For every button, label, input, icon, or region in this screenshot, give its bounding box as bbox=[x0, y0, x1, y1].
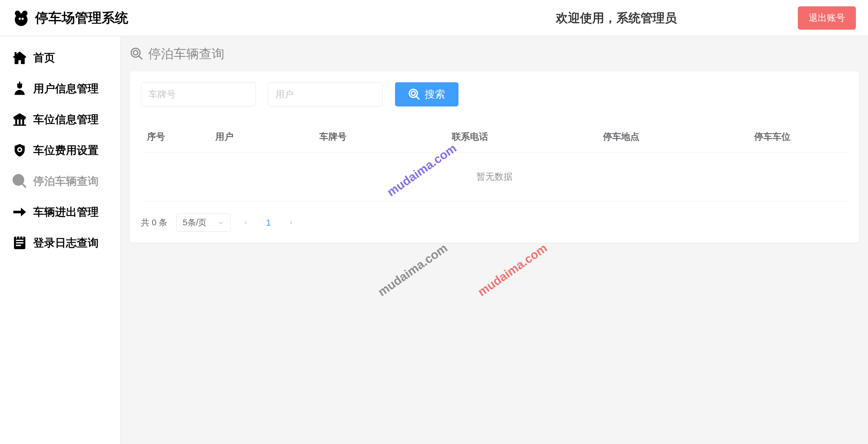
nav-label: 车辆进出管理 bbox=[33, 205, 99, 220]
nav-label: 车位费用设置 bbox=[33, 143, 99, 158]
main-content: 停泊车辆查询 搜索 序号 用户 车牌号 bbox=[121, 36, 868, 444]
empty-text: 暂无数据 bbox=[476, 171, 513, 182]
next-page[interactable] bbox=[285, 217, 297, 229]
search-row: 搜索 bbox=[141, 82, 848, 106]
col-plate: 车牌号 bbox=[272, 122, 394, 153]
svg-rect-18 bbox=[16, 240, 24, 241]
user-input[interactable] bbox=[268, 82, 383, 106]
svg-rect-20 bbox=[16, 245, 21, 246]
page-header: 停泊车辆查询 bbox=[130, 45, 859, 62]
svg-point-2 bbox=[22, 10, 28, 16]
welcome-text: 欢迎使用，系统管理员 bbox=[556, 10, 677, 26]
svg-point-21 bbox=[131, 49, 140, 57]
svg-point-24 bbox=[409, 89, 417, 97]
svg-point-1 bbox=[15, 10, 20, 16]
search-icon bbox=[130, 47, 143, 61]
container: 首页 用户信息管理 车位信息管理 车位费用设置 停泊车辆查询 bbox=[0, 36, 868, 444]
svg-point-15 bbox=[16, 178, 21, 183]
plate-input[interactable] bbox=[141, 82, 256, 106]
svg-point-25 bbox=[411, 91, 415, 95]
page-size-label: 5条/页 bbox=[183, 217, 207, 228]
nav-label: 用户信息管理 bbox=[33, 82, 99, 96]
svg-point-22 bbox=[133, 51, 138, 55]
page-number[interactable]: 1 bbox=[261, 218, 276, 228]
sidebar-item-inout[interactable]: 车辆进出管理 bbox=[0, 197, 120, 227]
svg-rect-9 bbox=[19, 120, 21, 125]
content-card: 搜索 序号 用户 车牌号 联系电话 停车地点 停车车位 暂无数据 bbox=[130, 71, 859, 243]
table-header-row: 序号 用户 车牌号 联系电话 停车地点 停车车位 bbox=[141, 122, 848, 153]
header-right: 欢迎使用，系统管理员 退出账号 bbox=[556, 6, 856, 30]
search-icon bbox=[408, 88, 421, 100]
col-user: 用户 bbox=[177, 122, 272, 153]
header-left: 停车场管理系统 bbox=[12, 9, 128, 27]
user-icon bbox=[12, 81, 27, 96]
nav-label: 登录日志查询 bbox=[33, 235, 99, 250]
sidebar-item-query[interactable]: 停泊车辆查询 bbox=[0, 166, 120, 197]
svg-point-13 bbox=[19, 149, 21, 151]
svg-line-16 bbox=[22, 184, 26, 188]
search-icon bbox=[12, 173, 27, 189]
pagination: 共 0 条 5条/页 1 bbox=[141, 214, 848, 232]
log-icon bbox=[12, 235, 27, 250]
svg-rect-7 bbox=[14, 118, 25, 120]
home-icon bbox=[12, 50, 27, 65]
sidebar-item-logs[interactable]: 登录日志查询 bbox=[0, 227, 120, 258]
logout-button[interactable]: 退出账号 bbox=[798, 6, 856, 30]
logo-icon bbox=[12, 9, 30, 27]
nav-label: 停泊车辆查询 bbox=[33, 174, 99, 189]
sidebar-item-fee[interactable]: 车位费用设置 bbox=[0, 135, 120, 166]
svg-rect-8 bbox=[15, 120, 17, 125]
header: 停车场管理系统 欢迎使用，系统管理员 退出账号 bbox=[0, 0, 868, 36]
sidebar-item-home[interactable]: 首页 bbox=[0, 42, 120, 73]
arrow-right-icon bbox=[12, 204, 27, 220]
prev-page[interactable] bbox=[240, 217, 252, 229]
sidebar: 首页 用户信息管理 车位信息管理 车位费用设置 停泊车辆查询 bbox=[0, 36, 121, 444]
page-total: 共 0 条 bbox=[141, 217, 167, 228]
search-button-label: 搜索 bbox=[425, 87, 445, 101]
data-table: 序号 用户 车牌号 联系电话 停车地点 停车车位 暂无数据 bbox=[141, 122, 848, 201]
svg-rect-10 bbox=[22, 120, 24, 125]
svg-line-26 bbox=[416, 96, 420, 99]
shield-icon bbox=[12, 143, 27, 158]
page-nav: 1 bbox=[240, 217, 297, 229]
col-phone: 联系电话 bbox=[395, 122, 546, 153]
nav-label: 车位信息管理 bbox=[33, 112, 99, 127]
sidebar-item-users[interactable]: 用户信息管理 bbox=[0, 73, 120, 104]
search-button[interactable]: 搜索 bbox=[395, 82, 459, 106]
nav-label: 首页 bbox=[33, 51, 55, 65]
chevron-down-icon bbox=[217, 219, 224, 226]
app-title: 停车场管理系统 bbox=[35, 9, 128, 27]
col-index: 序号 bbox=[141, 122, 177, 153]
col-location: 停车地点 bbox=[546, 122, 697, 153]
svg-rect-5 bbox=[14, 52, 16, 55]
svg-rect-19 bbox=[16, 242, 24, 244]
sidebar-item-parking[interactable]: 车位信息管理 bbox=[0, 104, 120, 135]
page-title: 停泊车辆查询 bbox=[148, 45, 224, 62]
col-spot: 停车车位 bbox=[697, 122, 848, 153]
parking-icon bbox=[12, 112, 27, 127]
svg-point-3 bbox=[19, 18, 21, 20]
empty-row: 暂无数据 bbox=[141, 153, 848, 201]
page-size-select[interactable]: 5条/页 bbox=[176, 214, 231, 232]
svg-rect-11 bbox=[13, 125, 26, 126]
svg-line-23 bbox=[139, 56, 142, 59]
svg-point-4 bbox=[22, 18, 24, 20]
